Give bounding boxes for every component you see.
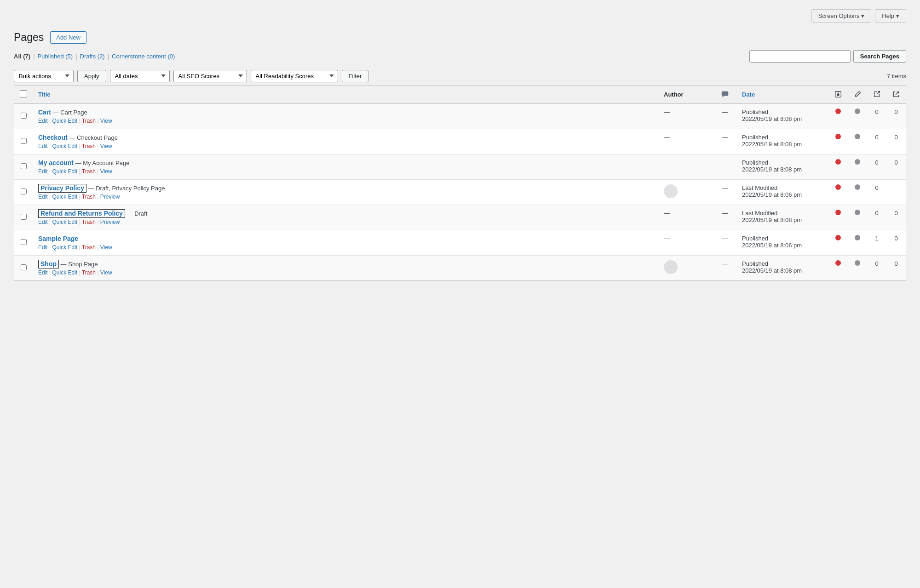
row-action-preview[interactable]: Preview bbox=[100, 194, 120, 200]
add-new-button[interactable]: Add New bbox=[50, 31, 86, 44]
row-checkbox[interactable] bbox=[21, 163, 27, 169]
search-pages-button[interactable]: Search Pages bbox=[853, 50, 906, 63]
row-readability-cell[interactable] bbox=[848, 179, 867, 205]
row-author: — bbox=[658, 205, 713, 230]
row-action-quick-edit[interactable]: Quick Edit bbox=[52, 168, 77, 175]
row-readability-cell[interactable] bbox=[848, 154, 867, 179]
filter-bar: All (7) | Published (5) | Drafts (2) | C… bbox=[14, 50, 906, 63]
row-checkbox[interactable] bbox=[21, 264, 27, 270]
row-action-view[interactable]: View bbox=[100, 118, 112, 124]
row-action-trash[interactable]: Trash bbox=[82, 194, 96, 200]
row-author: — bbox=[658, 103, 713, 129]
seo-score-dot bbox=[835, 134, 841, 139]
col-date-header: Date bbox=[736, 85, 828, 103]
row-comment-dash-cell: — bbox=[713, 129, 736, 154]
action-sep: | bbox=[77, 143, 82, 149]
all-readability-scores-select[interactable]: All Readability Scores bbox=[251, 70, 338, 82]
row-seo-cell[interactable] bbox=[828, 103, 848, 129]
title-sort-link[interactable]: Title bbox=[38, 91, 51, 98]
row-action-edit[interactable]: Edit bbox=[38, 244, 48, 251]
page-title: Pages bbox=[14, 31, 44, 45]
row-title-link[interactable]: Privacy Policy bbox=[40, 184, 84, 192]
row-seo-cell[interactable] bbox=[828, 129, 848, 154]
row-seo-cell[interactable] bbox=[828, 255, 848, 280]
all-seo-scores-select[interactable]: All SEO Scores bbox=[173, 70, 247, 82]
row-checkbox[interactable] bbox=[21, 214, 27, 220]
all-dates-select[interactable]: All dates bbox=[110, 70, 170, 82]
row-title-link[interactable]: Checkout bbox=[38, 134, 68, 141]
bulk-actions-select[interactable]: Bulk actions Move to Trash bbox=[14, 70, 74, 82]
row-action-quick-edit[interactable]: Quick Edit bbox=[52, 269, 77, 276]
row-readability-cell[interactable] bbox=[848, 205, 867, 230]
row-action-quick-edit[interactable]: Quick Edit bbox=[52, 143, 77, 149]
screen-options-button[interactable]: Screen Options ▾ bbox=[811, 9, 872, 23]
filter-button[interactable]: Filter bbox=[342, 70, 369, 82]
row-action-trash[interactable]: Trash bbox=[82, 168, 96, 175]
row-title-link[interactable]: Shop bbox=[40, 260, 57, 268]
row-checkbox[interactable] bbox=[21, 188, 27, 194]
screen-options-chevron-icon: ▾ bbox=[861, 12, 864, 19]
row-seo-cell[interactable] bbox=[828, 230, 848, 255]
row-links-count-cell: 0 bbox=[867, 154, 886, 179]
row-action-edit[interactable]: Edit bbox=[38, 118, 48, 124]
date-sort-link[interactable]: Date bbox=[742, 91, 755, 98]
row-checkbox[interactable] bbox=[21, 113, 27, 119]
row-checkbox[interactable] bbox=[21, 138, 27, 144]
row-title-link[interactable]: Refund and Returns Policy bbox=[40, 210, 123, 217]
row-action-quick-edit[interactable]: Quick Edit bbox=[52, 219, 77, 225]
help-button[interactable]: Help ▾ bbox=[875, 9, 906, 23]
row-action-view[interactable]: View bbox=[100, 244, 112, 251]
sep1: | bbox=[33, 53, 34, 60]
row-date-status: Last Modified bbox=[742, 184, 823, 191]
row-title-link[interactable]: Sample Page bbox=[38, 235, 78, 242]
row-title-link[interactable]: My account bbox=[38, 159, 74, 166]
row-date-status: Published bbox=[742, 260, 823, 267]
row-action-preview[interactable]: Preview bbox=[100, 219, 120, 225]
row-action-edit[interactable]: Edit bbox=[38, 143, 48, 149]
row-author: — bbox=[658, 230, 713, 255]
external-links-icon bbox=[892, 90, 900, 98]
internal-links-icon-header bbox=[873, 90, 881, 98]
row-action-quick-edit[interactable]: Quick Edit bbox=[52, 244, 77, 251]
row-action-edit[interactable]: Edit bbox=[38, 219, 48, 225]
row-actions: Edit | Quick Edit | Trash | Preview bbox=[38, 194, 653, 200]
row-action-trash[interactable]: Trash bbox=[82, 244, 96, 251]
row-comment-dash-cell: — bbox=[713, 179, 736, 205]
row-action-view[interactable]: View bbox=[100, 168, 112, 175]
filter-drafts[interactable]: Drafts (2) bbox=[80, 53, 105, 60]
filter-all[interactable]: All (7) bbox=[14, 53, 30, 60]
row-readability-cell[interactable] bbox=[848, 129, 867, 154]
filter-published[interactable]: Published (5) bbox=[38, 53, 73, 60]
row-action-view[interactable]: View bbox=[100, 143, 112, 149]
filter-cornerstone[interactable]: Cornerstone content (0) bbox=[112, 53, 175, 60]
row-action-trash[interactable]: Trash bbox=[82, 219, 96, 225]
row-action-quick-edit[interactable]: Quick Edit bbox=[52, 194, 77, 200]
row-date-value: 2022/05/19 at 8:08 pm bbox=[742, 141, 823, 148]
col-comment-header bbox=[713, 85, 736, 103]
row-action-edit[interactable]: Edit bbox=[38, 194, 48, 200]
row-checkbox[interactable] bbox=[21, 239, 27, 245]
row-title-link[interactable]: Cart bbox=[38, 108, 51, 116]
row-action-edit[interactable]: Edit bbox=[38, 168, 48, 175]
row-external-count-cell: 0 bbox=[886, 154, 906, 179]
row-action-trash[interactable]: Trash bbox=[82, 143, 96, 149]
row-title-suffix: — Cart Page bbox=[51, 109, 87, 116]
row-readability-cell[interactable] bbox=[848, 230, 867, 255]
row-action-trash[interactable]: Trash bbox=[82, 118, 96, 124]
row-action-edit[interactable]: Edit bbox=[38, 269, 48, 276]
row-action-quick-edit[interactable]: Quick Edit bbox=[52, 118, 77, 124]
row-readability-cell[interactable] bbox=[848, 255, 867, 280]
row-action-trash[interactable]: Trash bbox=[82, 269, 96, 276]
row-author-cell bbox=[658, 179, 713, 205]
row-seo-cell[interactable] bbox=[828, 179, 848, 205]
row-seo-cell[interactable] bbox=[828, 154, 848, 179]
apply-button[interactable]: Apply bbox=[77, 70, 106, 82]
row-date-cell: Published2022/05/19 at 8:08 pm bbox=[736, 129, 828, 154]
row-title-suffix: — Shop Page bbox=[59, 261, 98, 268]
help-chevron-icon: ▾ bbox=[896, 12, 899, 19]
row-readability-cell[interactable] bbox=[848, 103, 867, 129]
search-input[interactable] bbox=[749, 50, 851, 63]
check-all-checkbox[interactable] bbox=[20, 90, 27, 97]
row-seo-cell[interactable] bbox=[828, 205, 848, 230]
row-action-view[interactable]: View bbox=[100, 269, 112, 276]
